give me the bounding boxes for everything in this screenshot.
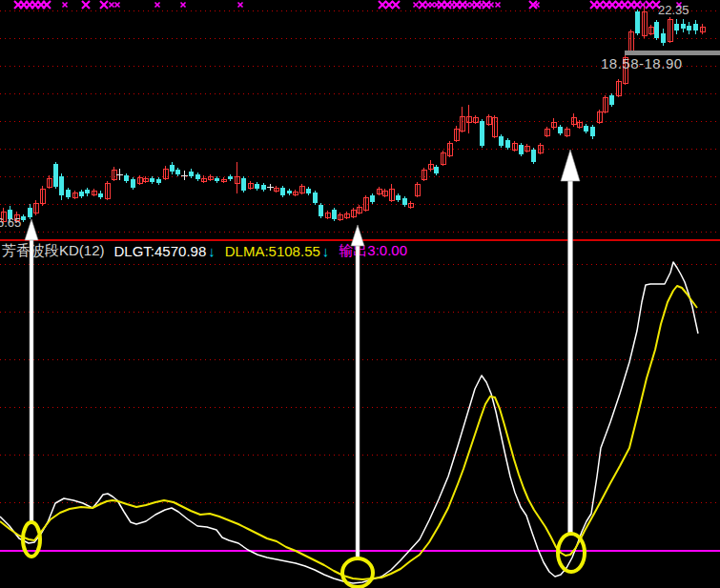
- signal-arrows: [25, 150, 580, 559]
- candle-body-down: [370, 195, 375, 202]
- high-price-label: 22.35: [658, 3, 689, 17]
- candle-body-down: [499, 136, 504, 146]
- candle-body-down: [79, 192, 84, 196]
- candle-body-down: [480, 121, 484, 146]
- candle-body-down: [124, 175, 129, 181]
- candle-body-down: [189, 172, 194, 176]
- candle-body-down: [156, 179, 161, 183]
- top-signal-markers: [14, 1, 682, 9]
- candle-body-down: [687, 26, 691, 30]
- kd-k-line-white: [0, 262, 698, 583]
- candle-body-down: [215, 178, 219, 181]
- candle-body-down: [661, 33, 666, 43]
- candle-body-down: [255, 184, 259, 189]
- candle-body-down: [681, 24, 686, 29]
- candle-body-down: [402, 198, 407, 205]
- candle-body-down: [66, 190, 71, 197]
- candle-body-down: [195, 174, 200, 179]
- candle-body-down: [241, 178, 246, 191]
- candle-body-down: [332, 210, 337, 219]
- candle-body-down: [505, 140, 510, 148]
- candle-body-down: [170, 165, 175, 172]
- up-arrow-head-icon: [25, 219, 38, 240]
- candle-body-down: [280, 188, 285, 195]
- candle-body-down: [85, 190, 90, 193]
- candle-body-down: [590, 127, 595, 136]
- candle-body-down: [531, 150, 536, 162]
- candle-body-down: [287, 191, 292, 193]
- up-arrow-head-icon: [351, 225, 364, 246]
- candle-body-down: [584, 126, 588, 132]
- up-arrow-shaft: [356, 244, 360, 559]
- candle-body-down: [228, 176, 233, 179]
- candle-body-down: [28, 208, 32, 217]
- candle-body-down: [609, 95, 614, 105]
- candle-body-down: [635, 11, 640, 33]
- candle-body-down: [434, 167, 439, 173]
- candle-body-down: [693, 24, 698, 30]
- up-arrow-shaft: [568, 179, 573, 534]
- candle-body-down: [98, 193, 103, 197]
- candle-body-down: [558, 127, 563, 133]
- candle-body-down: [131, 179, 135, 188]
- grid-lines: [0, 11, 720, 503]
- candle-body-down: [21, 216, 26, 220]
- chart-canvas[interactable]: [0, 0, 720, 588]
- candle-body-down: [319, 205, 323, 216]
- candle-body-down: [396, 195, 401, 200]
- low-price-label: 6.65: [0, 215, 21, 230]
- candle-body-down: [306, 189, 311, 193]
- candle-body-down: [313, 193, 318, 203]
- candle-body-down: [150, 178, 154, 182]
- candle-body-down: [59, 176, 64, 195]
- candle-body-down: [674, 24, 679, 30]
- candle-body-down: [261, 185, 266, 190]
- candle-body-down: [53, 164, 58, 187]
- candle-body-down: [175, 170, 180, 174]
- candle-body-down: [519, 145, 524, 154]
- candle-body-down: [654, 22, 659, 38]
- stock-chart-window: 22.35 18.58-18.90 6.65 芳香波段KD(12) DLGT:4…: [0, 0, 720, 588]
- range-price-label: 18.58-18.90: [601, 55, 683, 71]
- candlesticks: [1, 4, 705, 224]
- kd-d-line-yellow: [0, 286, 697, 579]
- up-arrow-shaft: [30, 238, 33, 522]
- up-arrow-head-icon: [561, 150, 580, 181]
